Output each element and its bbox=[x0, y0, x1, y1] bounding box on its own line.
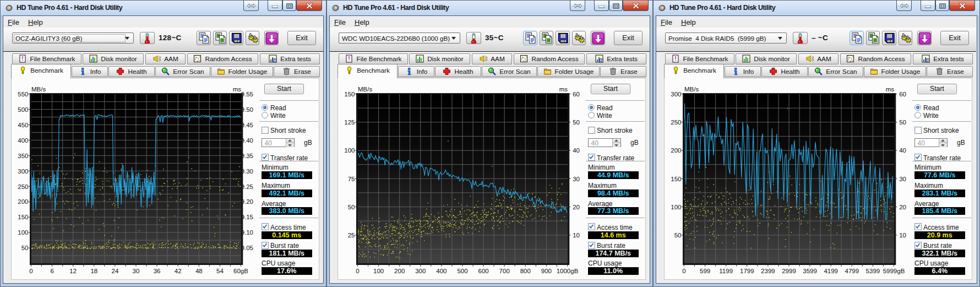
svg-text:30: 30 bbox=[133, 268, 140, 274]
svg-text:2399: 2399 bbox=[761, 268, 775, 274]
svg-text:!: ! bbox=[674, 55, 677, 62]
svg-text:50: 50 bbox=[21, 245, 29, 251]
svg-text:200: 200 bbox=[394, 268, 405, 274]
svg-text:800: 800 bbox=[520, 268, 531, 274]
svg-text:60: 60 bbox=[573, 91, 580, 98]
svg-text:100: 100 bbox=[344, 147, 355, 154]
svg-text:50: 50 bbox=[674, 232, 682, 239]
svg-text:!: ! bbox=[21, 55, 24, 62]
svg-text:36: 36 bbox=[154, 268, 161, 274]
svg-text:18: 18 bbox=[90, 268, 97, 274]
svg-text:2999: 2999 bbox=[782, 268, 796, 274]
svg-text:ms: ms bbox=[886, 86, 895, 93]
svg-text:700: 700 bbox=[499, 268, 510, 274]
svg-text:0: 0 bbox=[29, 268, 32, 274]
svg-text:20: 20 bbox=[899, 204, 906, 210]
svg-text:20: 20 bbox=[573, 204, 580, 210]
svg-text:60: 60 bbox=[899, 91, 906, 98]
svg-text:60gB: 60gB bbox=[233, 268, 248, 274]
svg-text:150: 150 bbox=[344, 91, 355, 98]
svg-text:500: 500 bbox=[457, 268, 467, 274]
svg-text:6: 6 bbox=[50, 268, 53, 274]
svg-text:ms: ms bbox=[233, 86, 242, 93]
svg-text:200: 200 bbox=[671, 147, 681, 154]
svg-text:MB/s: MB/s bbox=[31, 86, 46, 93]
svg-text:400: 400 bbox=[18, 137, 28, 144]
svg-text:54: 54 bbox=[216, 268, 224, 274]
svg-text:0.15: 0.15 bbox=[241, 214, 253, 220]
svg-text:10: 10 bbox=[573, 232, 580, 239]
svg-text:900: 900 bbox=[541, 268, 552, 274]
svg-text:30: 30 bbox=[573, 176, 580, 182]
svg-text:10: 10 bbox=[899, 232, 906, 239]
svg-text:!: ! bbox=[348, 55, 350, 62]
svg-text:40: 40 bbox=[899, 147, 906, 154]
svg-text:1799: 1799 bbox=[740, 268, 754, 274]
svg-text:4199: 4199 bbox=[824, 268, 838, 274]
svg-text:0.50: 0.50 bbox=[241, 106, 253, 113]
svg-text:500: 500 bbox=[18, 106, 28, 113]
svg-text:0.40: 0.40 bbox=[241, 137, 253, 144]
svg-text:150: 150 bbox=[671, 176, 681, 182]
svg-text:MB/s: MB/s bbox=[684, 86, 699, 93]
svg-text:300: 300 bbox=[671, 91, 681, 98]
svg-text:50: 50 bbox=[899, 119, 906, 126]
svg-text:550: 550 bbox=[18, 91, 28, 98]
svg-text:4799: 4799 bbox=[845, 268, 859, 274]
svg-text:0: 0 bbox=[682, 268, 685, 274]
svg-text:0.55: 0.55 bbox=[241, 91, 253, 98]
svg-text:48: 48 bbox=[195, 268, 203, 274]
svg-text:0.05: 0.05 bbox=[241, 245, 253, 251]
svg-text:0.10: 0.10 bbox=[241, 229, 253, 236]
svg-text:600: 600 bbox=[478, 268, 489, 274]
svg-text:ms: ms bbox=[559, 86, 568, 93]
svg-text:0.30: 0.30 bbox=[241, 168, 253, 175]
svg-text:300: 300 bbox=[18, 168, 28, 175]
svg-text:599: 599 bbox=[700, 268, 710, 274]
svg-text:MB/s: MB/s bbox=[358, 86, 372, 93]
svg-text:12: 12 bbox=[69, 268, 77, 274]
svg-text:0.20: 0.20 bbox=[241, 198, 253, 205]
svg-text:42: 42 bbox=[175, 268, 182, 274]
svg-text:40: 40 bbox=[573, 147, 580, 154]
svg-text:30: 30 bbox=[899, 176, 906, 182]
svg-text:24: 24 bbox=[112, 268, 119, 274]
svg-text:100: 100 bbox=[671, 204, 681, 210]
svg-text:50: 50 bbox=[348, 204, 355, 210]
svg-text:100: 100 bbox=[373, 268, 384, 274]
svg-text:200: 200 bbox=[18, 198, 28, 205]
svg-text:0.35: 0.35 bbox=[241, 153, 253, 159]
svg-text:300: 300 bbox=[415, 268, 426, 274]
svg-text:25: 25 bbox=[348, 232, 355, 239]
svg-text:5399: 5399 bbox=[866, 268, 880, 274]
svg-text:125: 125 bbox=[344, 119, 355, 126]
svg-text:350: 350 bbox=[18, 153, 28, 159]
svg-text:250: 250 bbox=[18, 183, 28, 190]
svg-text:0: 0 bbox=[356, 268, 359, 274]
svg-text:0.45: 0.45 bbox=[241, 122, 253, 128]
svg-text:450: 450 bbox=[18, 122, 28, 128]
svg-text:0.25: 0.25 bbox=[241, 183, 253, 190]
svg-text:3599: 3599 bbox=[803, 268, 817, 274]
svg-text:1199: 1199 bbox=[719, 268, 733, 274]
svg-text:400: 400 bbox=[436, 268, 447, 274]
svg-text:5999gB: 5999gB bbox=[883, 268, 905, 274]
svg-text:150: 150 bbox=[18, 214, 28, 220]
svg-text:50: 50 bbox=[573, 119, 580, 126]
svg-text:75: 75 bbox=[348, 176, 355, 182]
svg-text:1000gB: 1000gB bbox=[557, 268, 579, 274]
svg-text:100: 100 bbox=[18, 229, 28, 236]
svg-text:250: 250 bbox=[671, 119, 681, 126]
